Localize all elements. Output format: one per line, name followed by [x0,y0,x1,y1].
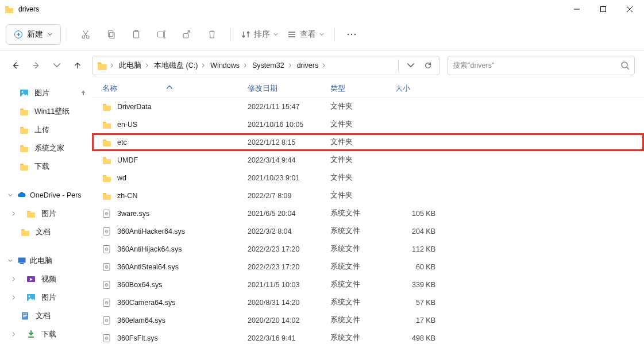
toolbar: 新建 排序 查看 ··· [0,18,644,51]
folder-icon [97,60,107,71]
sidebar-item[interactable]: 图片 [2,288,90,307]
sort-icon [241,30,250,39]
refresh-button[interactable] [421,58,435,73]
svg-rect-18 [109,30,113,37]
file-row[interactable]: 360elam64.sys2020/2/20 14:02系统文件17 KB [92,311,644,329]
delete-button[interactable] [199,23,225,46]
file-row[interactable]: 360Camera64.sys2020/8/31 14:20系统文件57 KB [92,293,644,311]
picture-icon [26,293,36,302]
breadcrumb-item[interactable]: Windows [208,61,250,69]
file-name: UMDF [117,156,138,164]
file-date: 2021/10/23 9:01 [248,174,330,182]
cut-button[interactable] [73,23,98,46]
address-dropdown[interactable] [403,58,418,73]
share-button[interactable] [174,23,199,46]
sidebar-item[interactable]: 下载 [2,325,90,343]
column-header-date[interactable]: 修改日期 [248,84,330,94]
chevron-down-icon [319,30,324,39]
more-button[interactable]: ··· [341,30,364,39]
chevron-right-icon [322,63,326,68]
sidebar-item[interactable]: 文档 [2,223,90,241]
file-size: 112 KB [395,245,458,253]
up-button[interactable] [71,59,84,72]
address-row: 此电脑本地磁盘 (C:)WindowsSystem32drivers [0,51,644,80]
file-size: 339 KB [395,281,458,289]
sidebar-item[interactable]: Win11壁纸 [2,102,90,121]
chevron-right-icon [10,331,17,338]
maximize-button[interactable] [590,0,616,18]
sidebar-item[interactable]: 图片 [2,84,90,102]
breadcrumb-item[interactable]: drivers [295,61,329,69]
file-row[interactable]: zh-CN2022/2/7 8:09文件夹 [92,187,644,204]
breadcrumb-item[interactable]: 此电脑 [117,61,152,71]
minimize-button[interactable] [564,0,590,18]
sidebar-item[interactable]: 系统之家 [2,139,90,157]
file-name: 360elam64.sys [117,316,165,324]
file-row[interactable]: DriverData2022/1/11 15:47文件夹 [92,98,644,115]
sysfile-icon [102,209,111,218]
back-button[interactable] [9,59,22,72]
sidebar-onedrive[interactable]: OneDrive - Pers [2,186,90,204]
file-type: 文件夹 [330,137,395,147]
sort-dropdown[interactable]: 排序 [237,23,283,46]
breadcrumb-item[interactable]: 本地磁盘 (C:) [152,61,208,71]
file-row[interactable]: wd2021/10/23 9:01文件夹 [92,169,644,187]
svg-rect-23 [183,33,188,38]
paste-button[interactable] [124,23,149,46]
view-dropdown[interactable]: 查看 [283,23,329,46]
file-type: 文件夹 [330,191,395,200]
folder-icon [20,107,29,116]
folder-icon [102,156,111,165]
file-date: 2022/3/14 9:44 [248,156,330,164]
file-size: 498 KB [395,334,458,342]
chevron-right-icon [145,63,149,68]
file-row[interactable]: 3ware.sys2021/6/5 20:04系统文件105 KB [92,204,644,222]
file-date: 2020/2/20 14:02 [248,316,330,324]
file-row[interactable]: etc2022/1/12 8:15文件夹 [92,133,644,151]
sidebar-item[interactable]: 文档 [2,307,90,325]
sidebar-item[interactable]: 视频 [2,270,90,288]
file-type: 文件夹 [330,155,395,165]
file-row[interactable]: 360Box64.sys2021/11/5 10:03系统文件339 KB [92,276,644,293]
search-box[interactable] [448,56,635,75]
file-date: 2022/2/23 17:20 [248,263,330,271]
breadcrumb-item[interactable]: System32 [250,61,295,69]
file-row[interactable]: en-US2021/10/16 10:05文件夹 [92,115,644,133]
chevron-right-icon [110,63,114,68]
sidebar-item[interactable]: 下载 [2,157,90,176]
copy-button[interactable] [98,23,124,46]
column-header-name[interactable]: 名称 [102,84,248,94]
folder-icon [102,120,111,129]
column-header-size[interactable]: 大小 [395,84,458,94]
new-button[interactable]: 新建 [6,24,61,45]
forward-button[interactable] [30,59,43,72]
history-dropdown[interactable] [51,59,63,72]
search-input[interactable] [453,61,620,69]
file-row[interactable]: 360AntiHijack64.sys2022/2/23 17:20系统文件11… [92,240,644,258]
file-type: 系统文件 [330,262,395,272]
file-name: 360Box64.sys [117,281,163,289]
sidebar-thispc[interactable]: 此电脑 [2,252,90,270]
navigation-pane[interactable]: 图片Win11壁纸上传系统之家下载 OneDrive - Pers 图片文档 此… [0,80,92,344]
window-title: drivers [18,5,39,13]
file-row[interactable]: UMDF2022/3/14 9:44文件夹 [92,151,644,169]
folder-icon [102,191,111,200]
rename-button[interactable] [149,23,174,46]
chevron-right-icon [288,63,292,68]
file-size: 105 KB [395,210,458,218]
close-button[interactable] [616,0,643,18]
file-type: 系统文件 [330,244,395,254]
file-date: 2022/3/16 9:41 [248,334,330,342]
sidebar-item[interactable]: 图片 [2,204,90,223]
chevron-right-icon [10,294,17,301]
file-row[interactable]: 360FsFlt.sys2022/3/16 9:41系统文件498 KB [92,329,644,344]
sidebar-item[interactable]: 上传 [2,121,90,139]
column-header-type[interactable]: 类型 [330,84,395,94]
address-bar[interactable]: 此电脑本地磁盘 (C:)WindowsSystem32drivers [92,56,439,75]
chevron-down-icon [7,257,14,264]
chevron-right-icon [10,276,17,283]
file-row[interactable]: 360AntiSteal64.sys2022/2/23 17:20系统文件60 … [92,258,644,276]
file-row[interactable]: 360AntiHacker64.sys2022/3/2 8:04系统文件204 … [92,222,644,240]
svg-rect-15 [601,7,606,12]
sysfile-icon [102,245,111,254]
